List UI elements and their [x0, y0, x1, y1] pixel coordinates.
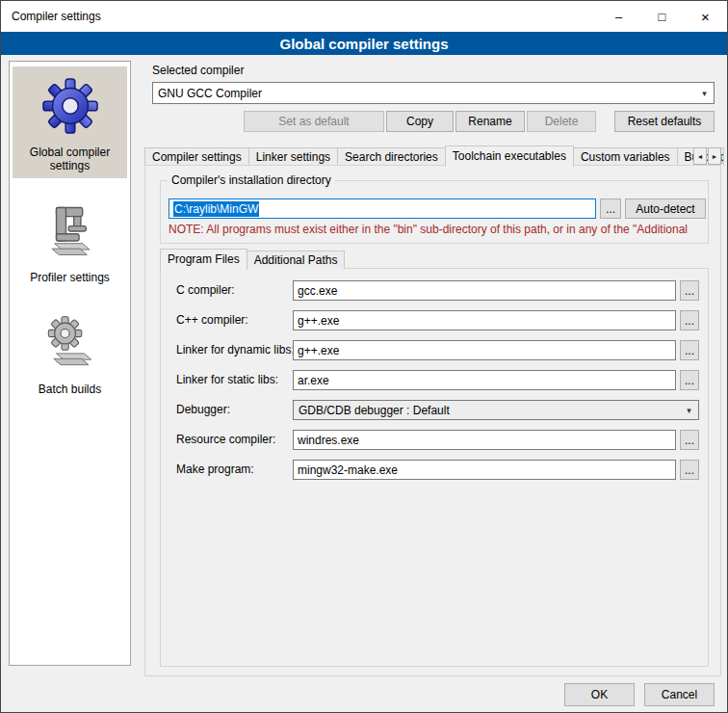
copy-button[interactable]: Copy — [386, 111, 454, 132]
linker-dynamic-input[interactable] — [293, 340, 676, 360]
tab-search-directories[interactable]: Search directories — [337, 147, 446, 166]
cpp-compiler-label: C++ compiler: — [176, 310, 248, 330]
arrow-right-icon: ► — [712, 153, 718, 160]
rename-button[interactable]: Rename — [455, 111, 525, 132]
c-compiler-browse-button[interactable]: ... — [680, 280, 699, 301]
cpp-compiler-browse-button[interactable]: ... — [680, 310, 699, 330]
tab-toolchain-executables[interactable]: Toolchain executables — [445, 145, 574, 167]
tab-additional-paths[interactable]: Additional Paths — [247, 251, 346, 269]
make-program-label: Make program: — [176, 460, 254, 480]
close-button[interactable]: × — [684, 1, 727, 32]
linker-static-browse-button[interactable]: ... — [680, 370, 699, 390]
cancel-button[interactable]: Cancel — [644, 683, 715, 706]
sidebar-item-label: Profiler settings — [14, 271, 125, 284]
set-as-default-button[interactable]: Set as default — [244, 111, 384, 132]
tab-scroll-left-button[interactable]: ◄ — [693, 147, 707, 165]
compiler-select-value: GNU GCC Compiler — [158, 87, 262, 100]
tab-custom-variables[interactable]: Custom variables — [573, 147, 678, 166]
maximize-icon: □ — [659, 10, 666, 24]
reset-defaults-button[interactable]: Reset defaults — [614, 111, 715, 132]
install-dir-groupbox: Compiler's installation directory C:\ray… — [160, 180, 709, 244]
sidebar-item-global-compiler-settings[interactable]: Global compiler settings — [13, 66, 127, 178]
compiler-tabs: Compiler settings Linker settings Search… — [144, 145, 723, 166]
window-title: Compiler settings — [1, 10, 101, 23]
chevron-down-icon: ▾ — [696, 84, 713, 102]
sidebar-item-profiler-settings[interactable]: Profiler settings — [13, 192, 127, 290]
tab-scroll-right-button[interactable]: ► — [708, 147, 721, 165]
resource-compiler-label: Resource compiler: — [176, 430, 275, 450]
ok-button[interactable]: OK — [564, 683, 635, 706]
minimize-button[interactable]: – — [597, 1, 640, 32]
delete-button[interactable]: Delete — [527, 111, 596, 132]
linker-dynamic-label: Linker for dynamic libs: — [176, 340, 295, 360]
profiler-tool-icon — [14, 198, 125, 265]
dialog-header: Global compiler settings — [1, 32, 727, 55]
tab-program-files[interactable]: Program Files — [160, 249, 247, 270]
linker-static-input[interactable] — [293, 370, 676, 390]
install-dir-input[interactable]: C:\raylib\MinGW — [169, 198, 596, 219]
settings-sidebar: Global compiler settings — [9, 61, 131, 666]
arrow-left-icon: ◄ — [697, 153, 704, 160]
gear-gray-icon — [14, 309, 125, 377]
install-dir-selected-text: C:\raylib\MinGW — [173, 201, 259, 217]
title-bar: Compiler settings – □ × — [1, 1, 727, 32]
tab-compiler-settings[interactable]: Compiler settings — [144, 147, 249, 166]
c-compiler-input[interactable] — [293, 280, 676, 301]
debugger-select-value: GDB/CDB debugger : Default — [299, 404, 450, 417]
tab-linker-settings[interactable]: Linker settings — [248, 147, 338, 166]
c-compiler-label: C compiler: — [176, 280, 235, 301]
install-dir-group-title: Compiler's installation directory — [168, 173, 335, 187]
program-files-tabs: Program Files Additional Paths — [160, 248, 344, 269]
chevron-down-icon: ▾ — [681, 402, 697, 418]
dialog-header-title: Global compiler settings — [279, 36, 448, 52]
compiler-settings-dialog: Compiler settings – □ × Global compiler … — [0, 0, 728, 713]
resource-compiler-browse-button[interactable]: ... — [680, 430, 699, 450]
gear-blue-icon — [14, 72, 125, 140]
linker-dynamic-browse-button[interactable]: ... — [680, 340, 699, 360]
debugger-label: Debugger: — [176, 400, 230, 420]
auto-detect-button[interactable]: Auto-detect — [625, 198, 706, 219]
close-icon: × — [701, 9, 710, 25]
sidebar-item-label: Global compiler settings — [14, 145, 125, 172]
linker-static-label: Linker for static libs: — [176, 370, 278, 390]
resource-compiler-input[interactable] — [293, 430, 676, 450]
debugger-select[interactable]: GDB/CDB debugger : Default ▾ — [293, 400, 699, 420]
make-program-input[interactable] — [293, 460, 676, 480]
window-controls: – □ × — [597, 1, 727, 32]
bin-note-text: NOTE: All programs must exist either in … — [169, 223, 706, 236]
install-dir-browse-button[interactable]: ... — [600, 198, 621, 219]
selected-compiler-label: Selected compiler — [152, 61, 244, 81]
minimize-icon: – — [615, 10, 622, 24]
sidebar-item-batch-builds[interactable]: Batch builds — [13, 304, 127, 402]
program-files-panel: C compiler: ... C++ compiler: ... Linker… — [160, 268, 709, 667]
make-program-browse-button[interactable]: ... — [680, 460, 699, 480]
maximize-button[interactable]: □ — [640, 1, 684, 32]
sidebar-item-label: Batch builds — [14, 383, 125, 396]
compiler-select[interactable]: GNU GCC Compiler ▾ — [152, 82, 715, 104]
cpp-compiler-input[interactable] — [293, 310, 676, 330]
